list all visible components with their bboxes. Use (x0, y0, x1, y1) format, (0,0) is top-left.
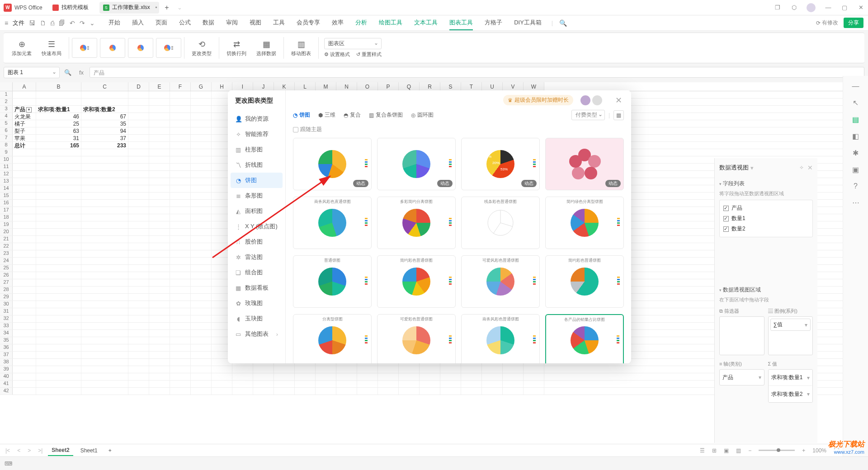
fx-button[interactable]: fx (76, 69, 87, 76)
row-header[interactable]: 27 (0, 279, 13, 286)
cell[interactable] (316, 381, 336, 387)
axis-dropzone[interactable]: 产品▾ (719, 369, 764, 385)
cell[interactable]: 46 (36, 113, 81, 120)
chart-category-item[interactable]: ✧智能推荐 (228, 127, 285, 142)
cell[interactable] (13, 207, 36, 214)
preset-2[interactable] (100, 38, 125, 58)
sheet-tab[interactable]: Sheet2 (48, 445, 73, 456)
cell[interactable]: 求和项:数量1 (36, 106, 81, 113)
column-header[interactable]: D (128, 82, 149, 91)
view-icon[interactable]: ▣ (724, 447, 729, 454)
quick-layout-button[interactable]: ☰ 快速布局 (37, 39, 66, 57)
cell[interactable] (128, 294, 149, 301)
cell[interactable] (128, 352, 149, 358)
cell[interactable] (149, 99, 170, 105)
cell[interactable] (149, 221, 170, 228)
row-header[interactable]: 33 (0, 323, 13, 329)
cell[interactable] (36, 337, 81, 344)
cell[interactable] (336, 381, 357, 387)
cell[interactable] (524, 381, 544, 387)
cell[interactable] (81, 359, 128, 366)
cell[interactable] (149, 91, 170, 98)
cell[interactable] (170, 185, 191, 192)
column-header[interactable]: S (440, 82, 461, 91)
cell[interactable] (13, 243, 36, 250)
cell[interactable] (149, 287, 170, 293)
cell[interactable]: 求和项:数量2 (81, 106, 128, 113)
cell[interactable] (13, 250, 36, 257)
cell[interactable] (191, 279, 212, 286)
chevron-down-icon[interactable]: ▾ (759, 374, 761, 381)
row-header[interactable]: 39 (0, 366, 13, 373)
hamburger-icon[interactable]: ≡ (5, 19, 8, 27)
row-header[interactable]: 26 (0, 272, 13, 279)
cell[interactable] (170, 344, 191, 351)
cell[interactable] (149, 185, 170, 192)
cell[interactable] (13, 214, 36, 221)
cell[interactable] (336, 366, 357, 373)
chart-category-item[interactable]: ≣条形图 (228, 188, 285, 203)
cell[interactable] (191, 171, 212, 178)
chart-category-item[interactable]: ◖玉玦图 (228, 311, 285, 326)
cell[interactable] (191, 221, 212, 228)
subtype-tab[interactable]: ▥复合条饼图 (369, 111, 403, 119)
cell[interactable] (128, 272, 149, 279)
sheet-tab[interactable]: Sheet1 (77, 446, 101, 456)
cell[interactable] (81, 272, 128, 279)
fields-section-title[interactable]: 字段列表 (719, 180, 813, 188)
column-header[interactable]: B (36, 82, 81, 91)
cell[interactable] (36, 250, 81, 257)
chevron-down-icon[interactable]: ▾ (807, 391, 810, 397)
cell[interactable] (149, 308, 170, 315)
cell[interactable] (81, 315, 128, 322)
cell[interactable] (170, 164, 191, 170)
cell[interactable] (149, 214, 170, 221)
cell[interactable] (170, 149, 191, 156)
cell[interactable] (13, 381, 36, 387)
cell[interactable] (191, 164, 212, 170)
column-header[interactable]: U (482, 82, 503, 91)
cell[interactable] (170, 142, 191, 149)
cell[interactable] (13, 171, 36, 178)
cell[interactable] (128, 243, 149, 250)
cell[interactable] (191, 323, 212, 329)
cell[interactable] (36, 193, 81, 199)
preview-icon[interactable]: 🗐 (59, 19, 65, 27)
win-copy-icon[interactable]: ❐ (774, 4, 781, 11)
cell[interactable]: 63 (36, 127, 81, 134)
cell[interactable] (170, 221, 191, 228)
cell[interactable] (81, 200, 128, 207)
cell[interactable] (336, 388, 357, 395)
tab-add-button[interactable]: + (161, 2, 173, 14)
cell[interactable] (357, 381, 378, 387)
cell[interactable] (357, 388, 378, 395)
reset-style-button[interactable]: ↺重置样式 (356, 51, 382, 58)
cell[interactable] (295, 366, 316, 373)
cell[interactable] (149, 127, 170, 134)
cell[interactable] (36, 207, 81, 214)
cell[interactable] (36, 352, 81, 358)
row-header[interactable]: 3 (0, 106, 13, 113)
cell[interactable] (191, 236, 212, 243)
cell[interactable] (274, 366, 295, 373)
cell[interactable] (128, 214, 149, 221)
cell[interactable] (170, 178, 191, 185)
cell[interactable] (149, 344, 170, 351)
row-header[interactable]: 21 (0, 236, 13, 243)
cell[interactable] (170, 193, 191, 199)
cell[interactable] (274, 381, 295, 387)
chart-category-item[interactable]: ◭面积图 (228, 203, 285, 219)
cell[interactable] (170, 352, 191, 358)
checkbox-icon[interactable] (723, 216, 729, 221)
cell[interactable] (81, 381, 128, 387)
cell[interactable] (36, 156, 81, 163)
cell[interactable] (13, 344, 36, 351)
zoom-out-button[interactable]: − (748, 447, 751, 454)
cell[interactable] (36, 265, 81, 272)
row-header[interactable]: 42 (0, 388, 13, 395)
row-header[interactable]: 32 (0, 315, 13, 322)
cell[interactable] (13, 279, 36, 286)
cell[interactable] (149, 352, 170, 358)
cell[interactable] (170, 200, 191, 207)
cell[interactable] (128, 229, 149, 235)
